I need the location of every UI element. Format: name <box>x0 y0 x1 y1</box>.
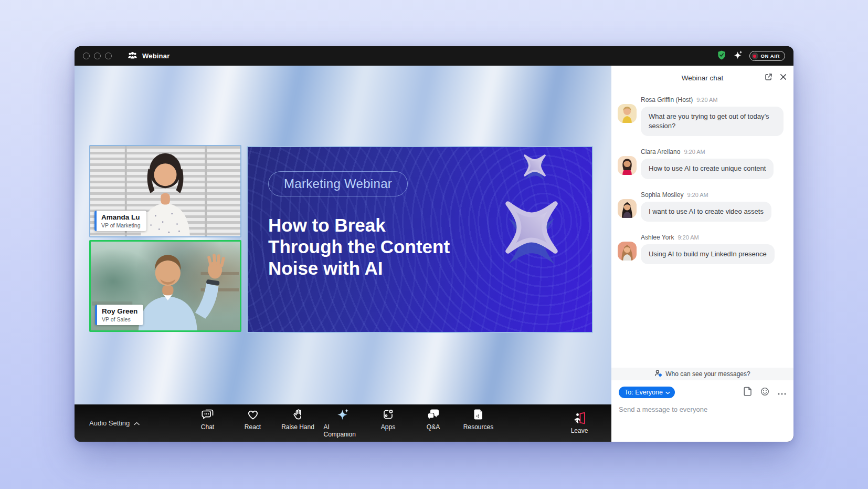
chat-footer: Who can see your messages? To: Everyone <box>611 368 793 442</box>
sender-name: Ashlee York <box>641 234 674 241</box>
video-tile-amanda-lu[interactable]: Amanda Lu VP of Marketing <box>89 145 241 237</box>
recipient-selector-button[interactable]: To: Everyone <box>619 387 675 398</box>
chevron-up-icon <box>134 419 140 427</box>
chat-message-input[interactable] <box>619 405 786 413</box>
chat-icon <box>201 408 215 421</box>
nametag-amanda: Amanda Lu VP of Marketing <box>94 211 146 231</box>
emoji-icon[interactable] <box>760 387 769 398</box>
chat-message: Clara Arellano9:20 AM How to use AI to c… <box>618 148 786 179</box>
chat-composer: To: Everyone <box>611 380 793 442</box>
on-air-dot-icon <box>751 53 758 59</box>
chat-panel-title: Webinar chat <box>682 74 723 82</box>
speaker-name: Roy Green <box>102 307 137 315</box>
video-tile-roy-green[interactable]: Roy Green VP of Sales <box>89 240 241 332</box>
webinar-window: Webinar ON AIR <box>75 46 793 442</box>
speaker-name: Amanda Lu <box>101 213 141 221</box>
sender-name: Rosa Griffin (Host) <box>641 96 693 103</box>
shared-presentation-slide: Marketing Webinar How to Break Through t… <box>247 146 593 333</box>
popout-chat-icon[interactable] <box>764 72 773 84</box>
avatar-clara-arellano <box>618 156 637 175</box>
chevron-down-icon <box>665 389 670 396</box>
person-privacy-icon <box>654 369 662 379</box>
avatar-ashlee-york <box>618 242 637 261</box>
window-close-button[interactable] <box>83 53 90 59</box>
slide-heading: How to Break Through the Content Noise w… <box>268 215 592 279</box>
raise-hand-button[interactable]: Raise Hand <box>279 408 317 438</box>
slide-title-badge: Marketing Webinar <box>268 171 408 196</box>
window-controls <box>83 53 112 59</box>
ai-sparkle-icon <box>336 408 350 421</box>
chat-message-list: Rosa Griffin (Host)9:20 AM What are you … <box>611 90 793 368</box>
meeting-toolbar: Audio Setting Ch <box>75 404 611 442</box>
titlebar: Webinar ON AIR <box>75 46 793 66</box>
chat-message: Rosa Griffin (Host)9:20 AM What are you … <box>618 96 786 136</box>
speaker-role: VP of Sales <box>102 316 137 322</box>
resources-button[interactable]: Resources <box>459 408 498 438</box>
ai-companion-status-icon[interactable] <box>733 50 743 62</box>
leave-door-icon <box>573 412 586 424</box>
chat-message: Ashlee York9:20 AM Using AI to build my … <box>618 234 786 264</box>
apps-button[interactable]: Apps <box>369 408 408 438</box>
raised-hand-icon <box>292 408 304 421</box>
nametag-roy: Roy Green VP of Sales <box>95 305 143 325</box>
message-time: 9:20 AM <box>687 192 708 198</box>
close-chat-icon[interactable] <box>780 73 787 82</box>
avatar-sophia-mosiley <box>618 199 637 218</box>
sender-name: Clara Arellano <box>641 148 680 155</box>
message-privacy-note[interactable]: Who can see your messages? <box>611 368 793 380</box>
message-time: 9:20 AM <box>678 234 698 241</box>
webinar-stage: Amanda Lu VP of Marketing <box>75 66 611 404</box>
heart-icon <box>246 408 260 421</box>
sender-name: Sophia Mosiley <box>641 191 683 199</box>
app-title: Webinar <box>128 51 170 61</box>
security-shield-icon[interactable] <box>716 50 727 63</box>
webinar-chat-panel: Webinar chat <box>611 66 793 442</box>
chat-header: Webinar chat <box>611 66 793 90</box>
message-time: 9:20 AM <box>684 149 705 155</box>
message-bubble: Using AI to build my LinkedIn presence <box>641 244 775 264</box>
audio-setting-button[interactable]: Audio Setting <box>89 419 140 427</box>
message-bubble: How to use AI to create unique content <box>641 159 774 179</box>
speaker-role: VP of Marketing <box>101 222 141 228</box>
attach-file-icon[interactable] <box>744 387 752 398</box>
on-air-badge: ON AIR <box>749 51 786 61</box>
qa-bubbles-icon <box>427 408 440 421</box>
message-bubble: I want to use AI to create video assets <box>641 202 771 222</box>
message-time: 9:20 AM <box>696 97 717 103</box>
window-zoom-button[interactable] <box>105 53 112 59</box>
ai-companion-button[interactable]: AI Companion <box>324 408 363 438</box>
more-options-icon[interactable] <box>778 388 786 397</box>
window-minimize-button[interactable] <box>94 53 101 59</box>
participants-icon <box>128 51 137 61</box>
apps-icon <box>382 408 395 421</box>
window-title: Webinar <box>142 52 170 60</box>
resources-document-icon <box>472 408 485 421</box>
avatar-rosa-griffin <box>618 104 637 123</box>
qa-button[interactable]: Q&A <box>414 408 453 438</box>
leave-button[interactable]: Leave <box>560 412 599 434</box>
chat-button[interactable]: Chat <box>188 408 227 438</box>
chat-message: Sophia Mosiley9:20 AM I want to use AI t… <box>618 191 786 222</box>
message-bubble: What are you trying to get out of today’… <box>641 107 784 136</box>
react-button[interactable]: React <box>234 408 272 438</box>
